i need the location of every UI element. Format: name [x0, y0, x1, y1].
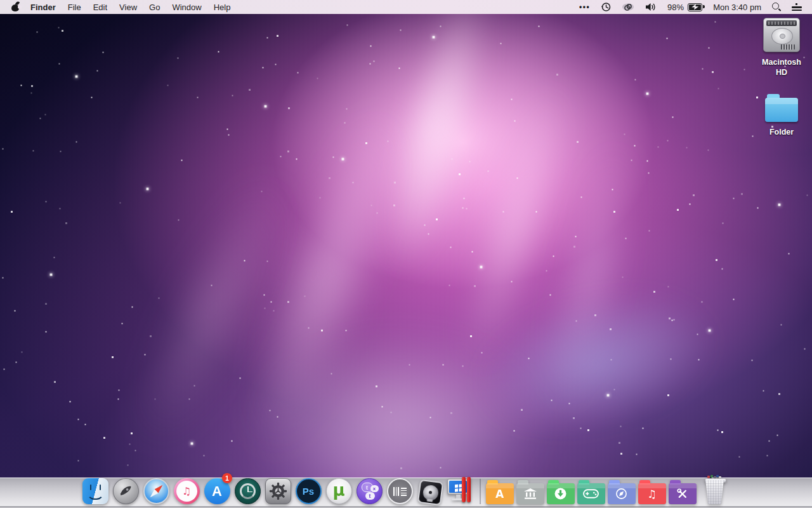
game-controller-icon	[577, 483, 605, 504]
dock-item-bars-circle[interactable]	[386, 475, 414, 504]
time-machine-menu-icon[interactable]	[601, 2, 611, 12]
desktop-icon-label: Folder	[769, 128, 794, 138]
music-note-glyph: ♫	[182, 485, 191, 497]
menu-help[interactable]: Help	[214, 3, 231, 12]
music-note-glyph: ♫	[647, 488, 657, 500]
volume-menu-icon[interactable]	[645, 3, 657, 11]
menu-bar: Finder File Edit View Go Window Help •••…	[0, 0, 812, 14]
utorrent-icon: µ	[326, 478, 352, 504]
app-store-a-glyph: A	[212, 483, 222, 500]
hard-drive-icon	[763, 18, 800, 52]
dock-item-applications-folder[interactable]: A	[486, 475, 514, 504]
menu-bar-clock[interactable]: Mon 3:40 pm	[713, 3, 761, 12]
bubble-t2: t	[365, 492, 375, 500]
dock-item-safari[interactable]	[142, 475, 170, 504]
app-menu-finder[interactable]: Finder	[30, 3, 56, 12]
parallels-monitor-icon	[447, 476, 475, 504]
dock-item-itunes[interactable]: ♫	[173, 475, 200, 504]
dock-item-time-machine[interactable]	[233, 475, 261, 504]
dock-item-launchpad[interactable]	[112, 475, 140, 504]
notification-center-icon[interactable]	[792, 3, 802, 11]
dock-item-downloads-folder[interactable]	[547, 475, 575, 504]
dock-item-parallels-desktop[interactable]	[447, 475, 475, 504]
battery-charging-icon	[688, 3, 702, 11]
bubble-x: x	[370, 485, 379, 492]
folder-icon	[765, 98, 798, 122]
dock-separator	[480, 479, 481, 504]
bars-lines-icon	[387, 478, 413, 504]
swirl-menu-icon[interactable]	[622, 3, 634, 12]
menu-view[interactable]: View	[119, 3, 137, 12]
spotlight-search-icon[interactable]	[772, 3, 781, 11]
compass-folder-icon	[608, 483, 636, 504]
dock-item-app-store[interactable]: A 1	[203, 475, 231, 504]
dock-item-trash[interactable]	[700, 475, 730, 504]
chat-bubbles-icon: t x t	[357, 478, 383, 504]
safari-compass-icon	[143, 478, 169, 504]
ps-glyph: Ps	[303, 486, 314, 497]
dock-item-utorrent[interactable]: µ	[325, 475, 353, 504]
desktop-icon-folder[interactable]: Folder	[756, 93, 807, 138]
dock-item-games-folder[interactable]	[577, 475, 605, 504]
desktop-icon-label: Macintosh HD	[756, 58, 807, 77]
desktop-icon-macintosh-hd[interactable]: Macintosh HD	[756, 18, 807, 77]
overflow-dots-icon[interactable]: •••	[579, 3, 590, 11]
music-folder-icon: ♫	[638, 483, 666, 504]
dock-item-textual-chat[interactable]: t x t	[355, 475, 383, 504]
finder-icon	[82, 478, 108, 504]
desktop-screen: Finder File Edit View Go Window Help •••…	[0, 0, 812, 508]
app-store-badge: 1	[222, 473, 232, 483]
dock-item-finder[interactable]	[81, 475, 109, 504]
gear-icon	[265, 478, 291, 504]
downloads-folder-icon	[547, 483, 575, 504]
battery-percent-label: 98%	[667, 3, 684, 12]
applications-folder-icon: A	[486, 483, 514, 504]
audio-disc-icon	[417, 479, 443, 505]
menu-go[interactable]: Go	[149, 3, 160, 12]
aurora-rays	[0, 0, 812, 508]
dock-item-music-folder[interactable]: ♫	[638, 475, 666, 504]
dock-item-utilities-folder[interactable]	[669, 475, 697, 504]
menu-edit[interactable]: Edit	[93, 3, 107, 12]
dock-item-logic-pro[interactable]	[416, 475, 444, 504]
museum-folder-icon	[516, 483, 544, 504]
trash-full-icon	[703, 475, 727, 504]
menu-file[interactable]: File	[68, 3, 81, 12]
crossed-tools-icon	[669, 483, 697, 504]
dock-item-photoshop[interactable]: Ps	[294, 475, 322, 504]
photoshop-icon: Ps	[296, 478, 322, 504]
dock: ♫ A 1	[81, 475, 730, 504]
apple-menu-icon[interactable]	[11, 3, 20, 11]
a-glyph: A	[495, 488, 504, 500]
battery-status[interactable]: 98%	[667, 3, 702, 12]
dock-item-internet-folder[interactable]	[608, 475, 636, 504]
menu-window[interactable]: Window	[172, 3, 201, 12]
mu-glyph: µ	[332, 481, 344, 500]
launchpad-rocket-icon	[113, 478, 139, 504]
dock-item-library-folder[interactable]	[516, 475, 544, 504]
itunes-icon: ♫	[174, 478, 200, 504]
dock-item-system-preferences[interactable]	[264, 475, 292, 504]
time-machine-icon	[235, 478, 261, 504]
